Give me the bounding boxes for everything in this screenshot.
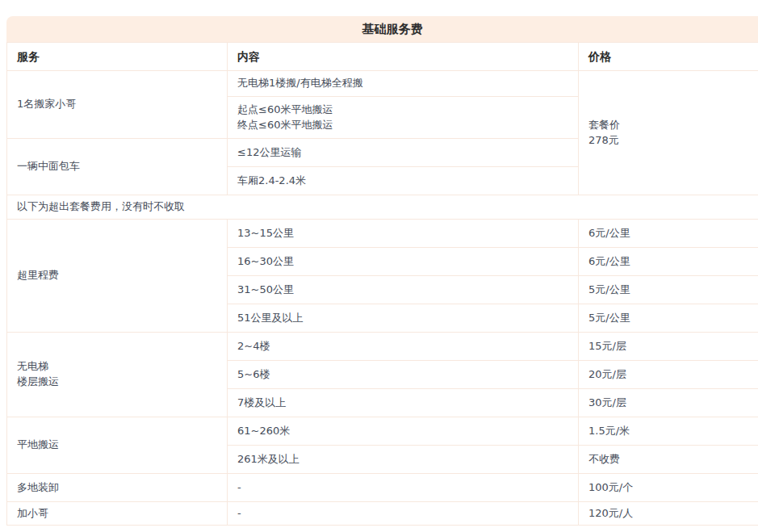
content-cell: 车厢2.4-2.4米: [228, 167, 579, 195]
content-cell: 7楼及以上: [228, 389, 579, 417]
content-cell: 5~6楼: [228, 361, 579, 389]
content-cell: 2~4楼: [228, 333, 579, 361]
header-row: 服务 内容 价格: [7, 43, 758, 71]
service-cell-van: 一辆中面包车: [7, 139, 228, 195]
table-row: 无电梯 楼层搬运 2~4楼 15元/层: [7, 333, 758, 361]
content-cell: 起点≤60米平地搬运 终点≤60米平地搬运: [228, 97, 579, 139]
price-cell: 不收费: [579, 446, 758, 474]
table-row: 平地搬运 61~260米 1.5元/米: [7, 417, 758, 446]
content-cell: -: [228, 474, 579, 502]
table-row: 加小哥 - 120元/人: [7, 502, 758, 526]
col-header-service: 服务: [7, 43, 228, 71]
content-cell: 261米及以上: [228, 446, 579, 474]
col-header-price: 价格: [579, 43, 758, 71]
table-title: 基础服务费: [6, 16, 758, 42]
price-cell: 5元/公里: [579, 276, 758, 304]
price-cell: 20元/层: [579, 361, 758, 389]
base-service-fee-table: 服务 内容 价格 1名搬家小哥 无电梯1楼搬/有电梯全程搬 套餐价 278元 起…: [6, 42, 758, 526]
table-row: 1名搬家小哥 无电梯1楼搬/有电梯全程搬 套餐价 278元: [7, 71, 758, 97]
table-row: 超里程费 13~15公里 6元/公里: [7, 220, 758, 248]
price-cell: 120元/人: [579, 502, 758, 526]
service-cell-no-elevator: 无电梯 楼层搬运: [7, 333, 228, 417]
price-cell: 5元/公里: [579, 304, 758, 333]
service-cell-flat-ground: 平地搬运: [7, 417, 228, 474]
price-cell: 100元/个: [579, 474, 758, 502]
price-cell: 1.5元/米: [579, 417, 758, 446]
content-cell: -: [228, 502, 579, 526]
col-header-content: 内容: [228, 43, 579, 71]
price-cell: 6元/公里: [579, 248, 758, 276]
content-cell: 13~15公里: [228, 220, 579, 248]
service-cell-mover: 1名搬家小哥: [7, 71, 228, 139]
content-cell: 51公里及以上: [228, 304, 579, 333]
price-cell-package: 套餐价 278元: [579, 71, 758, 195]
service-cell-multi-stop: 多地装卸: [7, 474, 228, 502]
service-cell-extra-mover: 加小哥: [7, 502, 228, 526]
content-cell: 31~50公里: [228, 276, 579, 304]
extra-fee-note: 以下为超出套餐费用，没有时不收取: [7, 195, 758, 220]
price-cell: 15元/层: [579, 333, 758, 361]
price-cell: 30元/层: [579, 389, 758, 417]
content-cell: 16~30公里: [228, 248, 579, 276]
price-cell: 6元/公里: [579, 220, 758, 248]
content-cell: ≤12公里运输: [228, 139, 579, 167]
note-row: 以下为超出套餐费用，没有时不收取: [7, 195, 758, 220]
pricing-table: 基础服务费 服务 内容 价格 1名搬家小哥 无电梯1楼搬/有电梯全程搬 套餐价 …: [6, 16, 758, 526]
content-cell: 无电梯1楼搬/有电梯全程搬: [228, 71, 579, 97]
service-cell-extra-mileage: 超里程费: [7, 220, 228, 333]
table-row: 多地装卸 - 100元/个: [7, 474, 758, 502]
content-cell: 61~260米: [228, 417, 579, 446]
